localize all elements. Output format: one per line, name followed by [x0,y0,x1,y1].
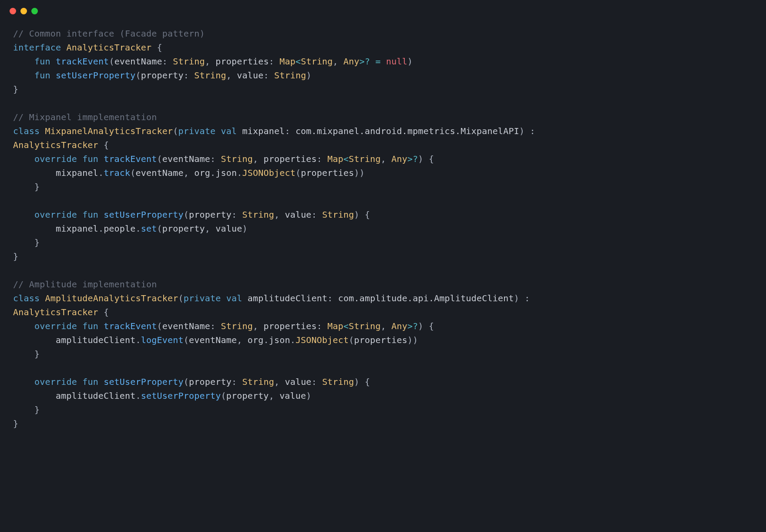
dot: . [136,223,141,234]
comma: , [333,56,338,67]
kw-override: override [34,209,77,220]
kw-fun: fun [34,70,50,81]
angle: < [296,56,301,67]
paren: ) [306,391,311,401]
param: eventName [114,56,162,67]
type: Map [327,321,343,331]
paren: ( [221,391,226,401]
brace: } [34,404,40,415]
type-name: AnalyticsTracker [13,307,98,317]
dot: . [98,168,104,178]
brace: { [365,209,370,220]
colon: : [210,321,215,331]
kw-private: private [178,126,216,136]
brace: } [34,182,40,192]
brace: { [429,321,434,331]
type: JSONObject [242,168,295,178]
type: Map [279,56,296,67]
brace: { [104,140,109,150]
param: value [285,377,311,387]
colon: : [312,209,317,220]
paren: ) [242,223,247,234]
kw-interface: interface [13,42,61,53]
paren: ) [418,321,423,331]
arg: properties [354,335,407,345]
ns: json [269,335,290,345]
func-name: trackEvent [104,321,157,331]
qualified-type: com.amplitude.api.AmplitudeClient [338,293,514,303]
kw-class: class [13,126,40,136]
qmark: ? [365,56,370,67]
param: properties [263,154,316,164]
param: value [285,209,311,220]
ident: mixpanel [56,223,98,234]
close-icon[interactable] [10,8,16,14]
type: JSONObject [296,335,349,345]
type: Any [343,56,359,67]
kw-fun: fun [34,56,50,67]
paren: ) [306,70,311,81]
qmark: ? [413,154,418,164]
arg: properties [301,168,354,178]
paren: ( [109,56,114,67]
func-name: trackEvent [56,56,109,67]
ident: amplitudeClient [56,391,136,401]
arg: property [226,391,269,401]
param: eventName [162,154,210,164]
param: properties [215,56,269,67]
type: Any [391,154,407,164]
code-block: // Common interface (Facade pattern) int… [0,14,766,448]
paren: ( [349,335,354,345]
ns: org [194,168,210,178]
param: value [237,70,263,81]
paren: ) [407,335,413,345]
kw-private: private [184,293,221,303]
method-call: setUserProperty [141,391,221,401]
type: String [274,70,306,81]
paren: ( [184,377,189,387]
type-name: AnalyticsTracker [66,42,151,53]
paren: ( [136,70,141,81]
type: String [301,56,333,67]
type: String [221,321,252,331]
ident: amplitudeClient [56,335,136,345]
param: property [189,377,232,387]
kw-null: null [386,56,407,67]
paren: ( [178,293,184,303]
window-titlebar [0,0,766,14]
method-call: track [104,168,130,178]
paren: ( [130,168,135,178]
arg: value [279,391,306,401]
kw-val: val [226,293,242,303]
comment-line: // Amplitude implementation [13,279,157,290]
comma: , [274,377,279,387]
param: amplitudeClient [248,293,328,303]
colon: : [317,321,322,331]
comma: , [237,335,242,345]
arg: value [215,223,242,234]
minimize-icon[interactable] [20,8,27,14]
comma: , [274,209,279,220]
type: String [322,209,354,220]
maximize-icon[interactable] [31,8,38,14]
code-window: // Common interface (Facade pattern) int… [0,0,766,532]
paren: ) [359,168,365,178]
type-name: AmplitudeAnalyticsTracker [45,293,178,303]
brace: { [104,307,109,317]
dot: . [263,335,269,345]
func-name: setUserProperty [56,70,136,81]
colon: : [269,56,274,67]
kw-override: override [34,154,77,164]
colon: : [312,377,317,387]
comment-line: // Common interface (Facade pattern) [13,28,205,39]
param: eventName [162,321,210,331]
brace: { [429,154,434,164]
comma: , [253,321,258,331]
kw-override: override [34,321,77,331]
dot: . [98,223,104,234]
comma: , [381,154,386,164]
kw-fun: fun [82,154,98,164]
arg: property [162,223,205,234]
type-name: AnalyticsTracker [13,140,98,150]
comma: , [253,154,258,164]
